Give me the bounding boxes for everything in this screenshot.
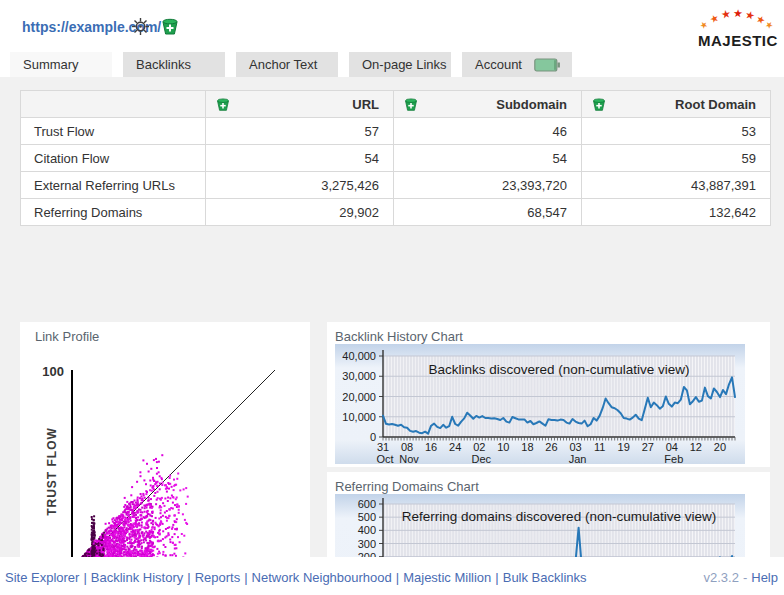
col-label: URL xyxy=(352,97,379,112)
star-icon: ★ xyxy=(733,8,744,20)
star-icon: ★ xyxy=(720,8,732,21)
svg-text:20: 20 xyxy=(714,441,726,453)
svg-text:19: 19 xyxy=(618,441,630,453)
svg-text:Feb: Feb xyxy=(664,453,683,464)
panel-title: Backlink History Chart xyxy=(335,329,463,344)
panel-title: Link Profile xyxy=(35,329,99,344)
tab-label: Anchor Text xyxy=(249,57,317,72)
cell-value: 68,547 xyxy=(394,199,582,226)
version-info: v2.3.2-Help xyxy=(703,570,778,585)
link-reports[interactable]: Reports xyxy=(195,570,241,585)
link-site-explorer[interactable]: Site Explorer xyxy=(5,570,79,585)
svg-text:100: 100 xyxy=(42,364,64,379)
svg-text:Nov: Nov xyxy=(399,453,419,464)
col-label: Root Domain xyxy=(675,97,756,112)
svg-text:24: 24 xyxy=(449,441,461,453)
svg-text:16: 16 xyxy=(425,441,437,453)
bucket-icon xyxy=(161,17,179,36)
svg-text:03: 03 xyxy=(569,441,581,453)
svg-text:Jan: Jan xyxy=(569,453,587,464)
logo-stars-arc: ★ ★ ★ ★ ★ ★ ★ xyxy=(700,8,770,30)
separator: | xyxy=(244,570,247,585)
svg-text:20,000: 20,000 xyxy=(342,391,376,403)
tab-bar: Summary Backlinks Anchor Text On-page Li… xyxy=(0,52,784,77)
separator: | xyxy=(187,570,190,585)
star-icon: ★ xyxy=(763,20,775,32)
separator: | xyxy=(396,570,399,585)
svg-text:12: 12 xyxy=(690,441,702,453)
tab-summary[interactable]: Summary xyxy=(10,52,112,77)
help-link[interactable]: Help xyxy=(751,570,778,585)
cell-value: 29,902 xyxy=(206,199,394,226)
svg-text:08: 08 xyxy=(401,441,413,453)
link-network-neighbourhood[interactable]: Network Neighbourhood xyxy=(252,570,392,585)
link-backlink-history[interactable]: Backlink History xyxy=(91,570,183,585)
row-label: Trust Flow xyxy=(21,118,206,145)
cell-value: 53 xyxy=(582,118,771,145)
separator: | xyxy=(83,570,86,585)
svg-text:30,000: 30,000 xyxy=(342,370,376,382)
svg-text:400: 400 xyxy=(358,524,376,536)
svg-text:Backlinks discovered (non-cumu: Backlinks discovered (non-cumulative vie… xyxy=(428,362,689,377)
backlink-history-panel: Backlink History Chart 010,00020,00030,0… xyxy=(327,322,770,467)
svg-text:Referring domains discovered (: Referring domains discovered (non-cumula… xyxy=(402,509,716,524)
star-icon: ★ xyxy=(698,20,710,32)
summary-content: URL Subdomain Root Domain Trust Flow 57 … xyxy=(0,77,784,557)
footer-links: Site Explorer|Backlink History|Reports|N… xyxy=(5,570,587,585)
tab-anchor-text[interactable]: Anchor Text xyxy=(236,52,338,77)
bucket-icon[interactable] xyxy=(404,97,418,112)
col-header-subdomain: Subdomain xyxy=(394,91,582,118)
tab-on-page-links[interactable]: On-page Links xyxy=(349,52,451,77)
svg-text:Dec: Dec xyxy=(471,453,491,464)
svg-text:300: 300 xyxy=(358,538,376,550)
tab-backlinks[interactable]: Backlinks xyxy=(123,52,225,77)
cell-value: 59 xyxy=(582,145,771,172)
svg-text:Oct: Oct xyxy=(376,453,393,464)
cell-value: 46 xyxy=(394,118,582,145)
col-header-url: URL xyxy=(206,91,394,118)
settings-wheel-icon[interactable] xyxy=(130,17,150,37)
row-label: Referring Domains xyxy=(21,199,206,226)
link-bulk-backlinks[interactable]: Bulk Backlinks xyxy=(503,570,587,585)
tab-label: Summary xyxy=(23,57,79,72)
panel-title: Referring Domains Chart xyxy=(335,479,479,494)
tab-account[interactable]: Account xyxy=(462,52,572,77)
row-label: Citation Flow xyxy=(21,145,206,172)
top-bar: https://example.com/ ★ ★ xyxy=(0,0,784,52)
backlink-history-chart: 010,00020,00030,00040,00031Oct08Nov16240… xyxy=(335,344,745,464)
version-label: v2.3.2 xyxy=(703,570,738,585)
cell-value: 43,887,391 xyxy=(582,172,771,199)
svg-text:02: 02 xyxy=(473,441,485,453)
svg-text:600: 600 xyxy=(358,498,376,510)
cell-value: 3,275,426 xyxy=(206,172,394,199)
cell-value: 132,642 xyxy=(582,199,771,226)
svg-text:40,000: 40,000 xyxy=(342,350,376,362)
cell-value: 54 xyxy=(394,145,582,172)
separator: | xyxy=(495,570,498,585)
col-label: Subdomain xyxy=(496,97,567,112)
col-header-blank xyxy=(21,91,206,118)
svg-text:10: 10 xyxy=(497,441,509,453)
col-header-root-domain: Root Domain xyxy=(582,91,771,118)
add-to-bucket-button[interactable] xyxy=(160,17,180,37)
svg-text:10,000: 10,000 xyxy=(342,411,376,423)
link-profile-panel: Link Profile 100TRUST FLOWCITATION FLOW1… xyxy=(20,322,310,595)
cell-value: 23,393,720 xyxy=(394,172,582,199)
bucket-icon[interactable] xyxy=(216,97,230,112)
majestic-logo: ★ ★ ★ ★ ★ ★ ★ MAJESTIC xyxy=(698,8,772,54)
svg-text:04: 04 xyxy=(666,441,678,453)
footer: Site Explorer|Backlink History|Reports|N… xyxy=(0,557,784,595)
link-majestic-million[interactable]: Majestic Million xyxy=(403,570,491,585)
svg-text:500: 500 xyxy=(358,511,376,523)
svg-text:18: 18 xyxy=(521,441,533,453)
svg-text:27: 27 xyxy=(642,441,654,453)
tab-label: Account xyxy=(475,57,522,72)
battery-icon xyxy=(534,58,561,72)
tab-label: Backlinks xyxy=(136,57,191,72)
star-icon: ★ xyxy=(708,13,720,26)
bucket-icon[interactable] xyxy=(592,97,606,112)
wheel-icon xyxy=(131,17,150,36)
metrics-table: URL Subdomain Root Domain Trust Flow 57 … xyxy=(20,90,771,226)
svg-text:26: 26 xyxy=(545,441,557,453)
svg-text:0: 0 xyxy=(370,431,376,443)
